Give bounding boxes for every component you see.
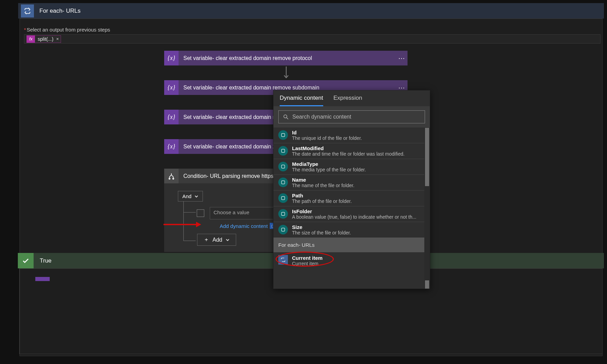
dc-item-desc: The media type of the file or folder.	[292, 167, 366, 172]
dc-item-desc: Current item	[292, 261, 323, 266]
dc-item-id[interactable]: IdThe unique id of the file or folder.	[274, 128, 430, 143]
variable-icon: {x}	[164, 139, 179, 154]
rule-handle[interactable]	[197, 209, 204, 217]
flow-arrow-icon	[283, 66, 289, 81]
connector-line	[183, 212, 196, 213]
dc-item-isfolder[interactable]: IsFolderA boolean value (true, false) to…	[274, 206, 430, 222]
action-title: Set variable- clear extracted domain rem…	[179, 85, 396, 91]
dc-item-name: MediaType	[292, 161, 366, 167]
choose-value-input[interactable]: Choose a value	[210, 207, 275, 219]
scrollbar-thumb[interactable]	[425, 128, 429, 186]
condition-title: Condition- URL parsing remove https	[179, 173, 274, 179]
action-menu-button[interactable]: ···	[396, 54, 408, 62]
svg-rect-10	[281, 181, 284, 184]
action-set-variable-3[interactable]: {x} Set variable- clear extracted domain…	[164, 110, 274, 124]
tab-dynamic-content[interactable]: Dynamic content	[280, 95, 323, 106]
dc-item-desc: The path of the file or folder.	[292, 198, 352, 204]
add-dynamic-label: Add dynamic content	[220, 223, 268, 229]
connector-icon	[278, 193, 288, 203]
output-label: *Select an output from previous steps	[24, 27, 110, 33]
dc-item-name: Id	[292, 130, 362, 135]
search-icon	[283, 114, 289, 120]
action-title: Set variable- clear extracted domain 2	[179, 144, 274, 150]
plus-icon: ＋	[204, 236, 209, 243]
connector-icon	[278, 130, 288, 140]
foreach-header[interactable]: For each- URLs	[18, 3, 604, 19]
dynamic-content-panel: Dynamic content Expression Search dynami…	[273, 90, 430, 289]
dc-item-name: Size	[292, 224, 351, 230]
action-title: Set variable- clear extracted domain r	[179, 114, 274, 120]
variable-icon: {x}	[164, 51, 179, 65]
scrollbar[interactable]	[424, 128, 430, 289]
chevron-down-icon	[194, 194, 198, 198]
svg-rect-11	[281, 196, 284, 199]
dc-item-name: IsFolder	[292, 208, 416, 214]
svg-point-2	[173, 178, 174, 179]
dc-item-name: LastModified	[292, 145, 404, 151]
dc-section-foreach: For each- URLs	[274, 238, 430, 252]
connector-line	[183, 241, 196, 241]
action-peek	[35, 277, 50, 281]
foreach-title: For each- URLs	[39, 8, 81, 14]
chevron-down-icon	[226, 238, 230, 242]
loop-icon	[278, 255, 288, 265]
svg-rect-9	[281, 165, 284, 168]
true-label: True	[40, 257, 51, 264]
variable-icon: {x}	[164, 80, 179, 95]
dc-item-desc: A boolean value (true, false) to indicat…	[292, 214, 416, 220]
add-label: Add	[213, 237, 222, 243]
expression-chip[interactable]: fx split(...) ×	[26, 35, 61, 43]
svg-rect-12	[281, 212, 284, 215]
connector-icon	[278, 178, 288, 187]
connector-icon	[278, 162, 288, 171]
dc-item-lastmodified[interactable]: LastModifiedThe date and time the file o…	[274, 143, 430, 159]
action-set-variable-1[interactable]: {x} Set variable- clear extracted domain…	[164, 51, 408, 65]
tab-expression[interactable]: Expression	[333, 95, 362, 106]
variable-icon: {x}	[164, 110, 179, 124]
search-input[interactable]: Search dynamic content	[278, 110, 425, 123]
svg-marker-4	[196, 222, 201, 227]
dc-item-desc: The name of the file or folder.	[292, 183, 354, 188]
dc-item-desc: The size of the file or folder.	[292, 230, 351, 235]
dc-item-path[interactable]: PathThe path of the file or folder.	[274, 190, 430, 206]
output-from-previous-input[interactable]: fx split(...) ×	[24, 34, 600, 44]
dc-item-mediatype[interactable]: MediaTypeThe media type of the file or f…	[274, 159, 430, 174]
connector-icon	[278, 146, 288, 156]
loop-icon	[21, 4, 34, 17]
svg-rect-7	[281, 133, 284, 136]
dc-item-size[interactable]: SizeThe size of the file or folder.	[274, 222, 430, 238]
check-icon	[18, 253, 34, 268]
svg-line-6	[287, 118, 288, 119]
search-placeholder: Search dynamic content	[292, 114, 351, 120]
connector-icon	[278, 225, 288, 234]
dc-item-name: Current item	[292, 255, 323, 261]
svg-point-5	[284, 115, 287, 118]
dynamic-content-list: IdThe unique id of the file or folder. L…	[274, 128, 430, 289]
dc-item-name: Path	[292, 193, 352, 198]
condition-icon	[164, 169, 179, 183]
action-title: Set variable- clear extracted domain rem…	[179, 55, 396, 61]
dc-item-desc: The date and time the file or folder was…	[292, 151, 404, 157]
annotation-arrow	[163, 221, 201, 229]
svg-rect-8	[281, 149, 284, 152]
dc-item-name-field[interactable]: NameThe name of the file or folder.	[274, 174, 430, 190]
scrollbar-thumb[interactable]	[425, 280, 429, 289]
svg-rect-13	[281, 228, 284, 231]
dc-item-current-item[interactable]: Current itemCurrent item	[274, 252, 430, 270]
connector-icon	[278, 209, 288, 219]
dc-item-name: Name	[292, 177, 354, 183]
close-icon[interactable]: ×	[56, 36, 59, 41]
action-set-variable-4[interactable]: {x} Set variable- clear extracted domain…	[164, 139, 274, 154]
and-label: And	[182, 193, 192, 199]
add-rule-button[interactable]: ＋ Add	[197, 234, 236, 246]
fx-icon: fx	[27, 35, 35, 43]
svg-point-1	[169, 178, 170, 179]
expression-chip-text: split(...)	[38, 36, 53, 42]
dc-item-desc: The unique id of the file or folder.	[292, 135, 362, 141]
and-operator-dropdown[interactable]: And	[178, 191, 203, 202]
